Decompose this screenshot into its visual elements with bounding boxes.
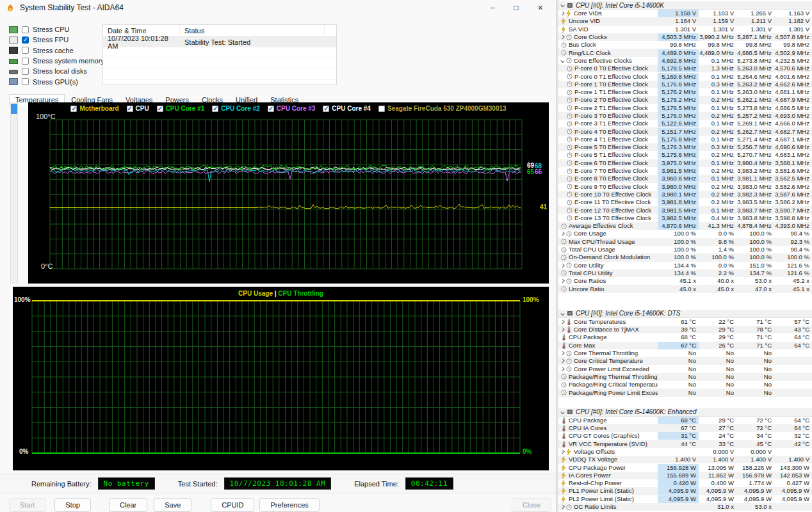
- stress-checkbox[interactable]: [22, 78, 29, 85]
- chevron-right-icon[interactable]: [560, 320, 564, 324]
- sensor-row[interactable]: Package/Ring Critical TemperatureNoNoNo: [558, 381, 812, 388]
- chevron-down-icon[interactable]: [560, 312, 564, 316]
- stress-option-cache[interactable]: Stress cache: [9, 45, 93, 56]
- stress-option-fpu[interactable]: Stress FPU: [9, 35, 93, 45]
- chevron-right-icon[interactable]: [560, 351, 564, 355]
- save-button[interactable]: Save: [154, 498, 191, 512]
- preferences-button[interactable]: Preferences: [259, 498, 319, 512]
- sensor-row[interactable]: Total CPU Usage100.0 %1.4 %100.0 %90.4 %: [558, 246, 812, 253]
- close-button[interactable]: ×: [538, 3, 543, 12]
- sensor-row[interactable]: P-core 5 T1 Effective Clock5,175.6 MHz0.…: [558, 151, 812, 159]
- chevron-down-icon[interactable]: [560, 3, 564, 7]
- sensor-row[interactable]: Uncore VID1.184 V1.159 V1.211 V1.182 V: [558, 17, 812, 25]
- titlebar[interactable]: System Stability Test - AIDA64 – □ ×: [0, 0, 556, 13]
- sensor-row[interactable]: Core Max67 °C26 °C71 °C64 °C: [558, 342, 812, 349]
- chart-scale-slider[interactable]: [10, 102, 18, 284]
- legend-item[interactable]: CPU Core #4: [323, 105, 371, 112]
- sensor-row[interactable]: P-core 5 T0 Effective Clock5,176.3 MHz0.…: [558, 143, 812, 151]
- sensor-row[interactable]: Core Utility134.4 %0.0 %151.0 %121.6 %: [558, 262, 812, 269]
- sensor-row[interactable]: CPU Package Power156.928 W13.095 W158.22…: [558, 463, 812, 471]
- sensor-row[interactable]: P-core 3 T0 Effective Clock5,176.0 MHz0.…: [558, 112, 812, 120]
- sensor-row[interactable]: VR VCC Temperature (SVID)44 °C33 °C45 °C…: [558, 440, 812, 448]
- sensor-row[interactable]: CPU IA Cores67 °C27 °C72 °C64 °C: [558, 424, 812, 432]
- stress-checkbox[interactable]: [22, 36, 29, 44]
- sensor-row[interactable]: Average Effective Clock4,870.6 MHz41.3 M…: [558, 222, 812, 230]
- legend-item[interactable]: Motherboard: [70, 105, 118, 112]
- cpuid-button[interactable]: CPUID: [211, 498, 254, 512]
- sensor-row[interactable]: E-core 6 T0 Effective Clock3,975.0 MHz0.…: [558, 159, 812, 167]
- sensor-row[interactable]: P-core 2 T1 Effective Clock5,176.5 MHz0.…: [558, 104, 812, 112]
- sensor-row[interactable]: Core Temperatures61 °C22 °C71 °C57 °C: [558, 318, 812, 326]
- sensor-row[interactable]: P-core 3 T1 Effective Clock5,122.6 MHz0.…: [558, 120, 812, 127]
- stress-checkbox[interactable]: [22, 47, 29, 54]
- stress-option-disk[interactable]: Stress local disks: [9, 66, 93, 76]
- sensor-row[interactable]: P-core 1 T0 Effective Clock5,176.8 MHz0.…: [558, 81, 812, 88]
- sensor-row[interactable]: Rest-of-Chip Power0.420 W0.400 W1.774 W0…: [558, 479, 812, 487]
- legend-item[interactable]: CPU Core #3: [268, 105, 316, 112]
- chevron-right-icon[interactable]: [560, 367, 564, 371]
- chevron-right-icon[interactable]: [560, 359, 564, 363]
- chart-scale-slider-thumb[interactable]: [11, 104, 17, 114]
- chevron-right-icon[interactable]: [560, 263, 564, 267]
- sensor-row[interactable]: Voltage Offsets0.000 V0.000 V: [558, 448, 812, 456]
- legend-item[interactable]: CPU Core #1: [157, 105, 205, 112]
- sensor-row[interactable]: P-core 0 T1 Effective Clock5,169.8 MHz0.…: [558, 72, 812, 80]
- chevron-right-icon[interactable]: [560, 279, 564, 283]
- sensor-row[interactable]: E-core 13 T0 Effective Clock3,982.5 MHz0…: [558, 214, 812, 222]
- sensor-row[interactable]: E-core 8 T0 Effective Clock3,960.8 MHz0.…: [558, 175, 812, 182]
- sensor-row[interactable]: OC Ratio Limits31.0 x53.0 x: [558, 503, 812, 511]
- chevron-right-icon[interactable]: [560, 35, 564, 39]
- sensor-row[interactable]: Bus Clock99.8 MHz99.8 MHz99.8 MHz99.8 MH…: [558, 41, 812, 49]
- legend-item[interactable]: CPU Core #2: [212, 105, 260, 112]
- clear-button[interactable]: Clear: [109, 498, 147, 512]
- sensor-row[interactable]: P-core 4 T0 Effective Clock5,151.7 MHz0.…: [558, 127, 812, 135]
- legend-checkbox[interactable]: [157, 106, 163, 112]
- sensor-row[interactable]: Package/Ring Power Limit ExceededNoNoNo: [558, 388, 812, 396]
- sensor-row[interactable]: Core Clocks4,503.3 MHz3,990.2 MHz5,287.1…: [558, 33, 812, 41]
- legend-checkbox[interactable]: [212, 106, 218, 112]
- sensor-row[interactable]: P-core 2 T0 Effective Clock5,176.2 MHz0.…: [558, 96, 812, 104]
- legend-checkbox[interactable]: [268, 106, 274, 112]
- sensor-row[interactable]: Core Thermal ThrottlingNoNoNo: [558, 349, 812, 357]
- sensor-row[interactable]: Core Power Limit ExceededNoNoNo: [558, 365, 812, 372]
- sensor-row[interactable]: CPU Package68 °C29 °C71 °C64 °C: [558, 333, 812, 341]
- sensor-row[interactable]: P-core 4 T1 Effective Clock5,175.8 MHz0.…: [558, 136, 812, 143]
- sensor-row[interactable]: Max CPU/Thread Usage100.0 %9.8 %100.0 %9…: [558, 238, 812, 246]
- sensor-row[interactable]: Core Effective Clocks4,692.8 MHz0.1 MHz5…: [558, 57, 812, 65]
- sensor-section-header[interactable]: CPU [#0]: Intel Core i5-14600K: DTS: [558, 310, 812, 318]
- sensor-row[interactable]: SA VID1.301 V1.301 V1.301 V1.301 V: [558, 26, 812, 33]
- legend-checkbox[interactable]: [323, 106, 329, 112]
- sensor-row[interactable]: IA Cores Power155.689 W11.862 W156.978 W…: [558, 472, 812, 479]
- stress-checkbox[interactable]: [22, 26, 29, 33]
- sensor-row[interactable]: Core Critical TemperatureNoNoNo: [558, 357, 812, 365]
- stop-button[interactable]: Stop: [54, 498, 91, 512]
- log-col-status[interactable]: Status: [180, 25, 325, 36]
- sensor-section-header[interactable]: CPU [#0]: Intel Core i5-14600K: [558, 1, 812, 10]
- sensor-row[interactable]: E-core 9 T0 Effective Clock3,980.0 MHz0.…: [558, 183, 812, 191]
- sensor-row[interactable]: On-Demand Clock Modulation100.0 %100.0 %…: [558, 253, 812, 261]
- legend-checkbox[interactable]: [127, 106, 133, 112]
- sensor-row[interactable]: E-core 7 T0 Effective Clock3,981.5 MHz0.…: [558, 167, 812, 175]
- chevron-down-icon[interactable]: [560, 59, 564, 63]
- sensor-row[interactable]: Core Distance to TjMAX39 °C29 °C78 °C43 …: [558, 326, 812, 333]
- legend-item[interactable]: Seagate FireCuda 530 ZP4000GM30013: [378, 105, 507, 112]
- chevron-right-icon[interactable]: [560, 232, 564, 236]
- stress-option-memory[interactable]: Stress system memory: [9, 56, 93, 66]
- legend-checkbox[interactable]: [70, 106, 77, 112]
- sensor-row[interactable]: Core VIDs1.158 V1.103 V1.265 V1.163 V: [558, 10, 812, 17]
- sensor-row[interactable]: Core Usage100.0 %0.0 %100.0 %90.4 %: [558, 230, 812, 237]
- sensor-row[interactable]: CPU Package68 °C29 °C72 °C64 °C: [558, 417, 812, 424]
- sensor-row[interactable]: PL2 Power Limit (Static)4,095.9 W4,095.9…: [558, 495, 812, 503]
- maximize-button[interactable]: □: [514, 3, 519, 12]
- legend-item[interactable]: CPU: [127, 105, 149, 112]
- stress-checkbox[interactable]: [22, 68, 29, 75]
- sensor-row[interactable]: VDDQ TX Voltage1.400 V1.400 V1.400 V1.40…: [558, 456, 812, 463]
- sensor-row[interactable]: Uncore Ratio45.0 x45.0 x47.0 x45.1 x: [558, 285, 812, 292]
- stress-option-gpu[interactable]: Stress GPU(s): [9, 76, 93, 86]
- sensor-row[interactable]: Ring/LLC Clock4,489.0 MHz4,489.0 MHz4,68…: [558, 49, 812, 56]
- sensor-row[interactable]: Total CPU Utility134.4 %2.2 %134.7 %121.…: [558, 269, 812, 277]
- sensor-section-header[interactable]: CPU [#0]: Intel Core i5-14600K: Enhanced: [558, 408, 812, 417]
- legend-checkbox[interactable]: [378, 106, 385, 112]
- sensor-row[interactable]: E-core 11 T0 Effective Clock3,981.8 MHz0…: [558, 198, 812, 206]
- sensor-row[interactable]: Package/Ring Thermal ThrottlingNoNoNo: [558, 373, 812, 381]
